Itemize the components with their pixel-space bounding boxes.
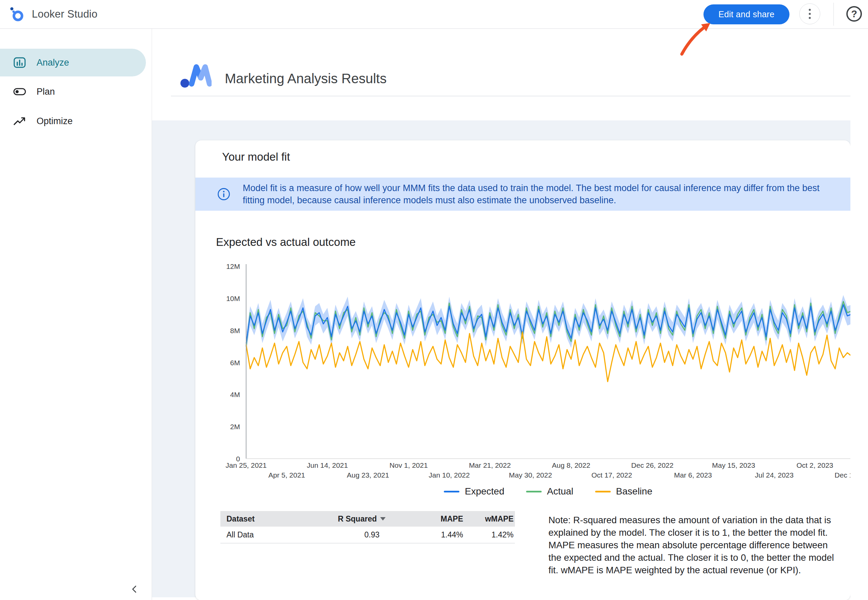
info-icon: [217, 187, 231, 201]
svg-text:Mar 21, 2022: Mar 21, 2022: [469, 461, 511, 469]
legend-swatch-actual: [526, 491, 542, 492]
svg-text:Dec 26, 2022: Dec 26, 2022: [631, 461, 674, 469]
svg-text:Oct 17, 2022: Oct 17, 2022: [591, 471, 632, 479]
vertical-scrollbar[interactable]: [850, 29, 868, 600]
sidebar-item-label: Optimize: [36, 116, 73, 126]
cell-mape: 1.44%: [386, 530, 464, 539]
column-header-mape[interactable]: MAPE: [386, 514, 464, 524]
more-options-button[interactable]: [799, 3, 820, 24]
svg-text:Mar 6, 2023: Mar 6, 2023: [674, 471, 712, 479]
legend-label: Expected: [465, 486, 505, 497]
report-title: Marketing Analysis Results: [225, 71, 387, 86]
column-header-dataset[interactable]: Dataset: [220, 514, 315, 524]
svg-text:Apr 5, 2021: Apr 5, 2021: [269, 471, 306, 479]
kebab-dot: [809, 9, 811, 11]
column-header-wmape[interactable]: wMAPE: [464, 514, 515, 524]
report-header-divider: [171, 96, 850, 96]
sidebar-item-analyze[interactable]: Analyze: [0, 49, 146, 76]
app-title: Looker Studio: [32, 8, 97, 20]
model-fit-note: Note: R-squared measures the amount of v…: [549, 514, 841, 576]
optimize-trending-up-icon: [13, 114, 26, 128]
chart-legend: Expected Actual Baseline: [246, 486, 850, 497]
sidebar-item-plan[interactable]: Plan: [0, 78, 146, 106]
meridian-logo-icon: [181, 62, 211, 89]
cell-wmape: 1.42%: [464, 530, 515, 539]
model-fit-table: Dataset R Squared MAPE wMAPE All Data 0.…: [220, 511, 515, 544]
looker-studio-window: Looker Studio Edit and share ? Analyze: [0, 0, 868, 600]
column-header-label: R Squared: [338, 514, 377, 524]
legend-swatch-expected: [444, 491, 459, 492]
svg-text:4M: 4M: [230, 391, 240, 398]
analyze-chart-icon: [13, 56, 26, 69]
info-banner: Model fit is a measure of how well your …: [195, 177, 850, 211]
edit-and-share-button[interactable]: Edit and share: [704, 5, 789, 24]
cell-r-squared: 0.93: [315, 530, 386, 539]
svg-text:May 15, 2023: May 15, 2023: [712, 461, 755, 469]
svg-text:10M: 10M: [226, 295, 240, 302]
help-button[interactable]: ?: [846, 6, 862, 22]
legend-label: Baseline: [616, 486, 652, 497]
sidebar-item-label: Analyze: [36, 58, 69, 68]
sort-descending-icon: [380, 517, 386, 521]
collapse-sidebar-button[interactable]: [128, 582, 141, 596]
svg-text:Jul 24, 2023: Jul 24, 2023: [755, 471, 794, 479]
svg-text:6M: 6M: [230, 359, 240, 367]
svg-text:Aug 8, 2022: Aug 8, 2022: [552, 461, 590, 469]
legend-label: Actual: [547, 486, 573, 497]
svg-text:Jan 25, 2021: Jan 25, 2021: [225, 461, 266, 469]
legend-item-actual[interactable]: Actual: [526, 486, 573, 497]
looker-studio-logo-icon: [9, 6, 24, 22]
table-header-row: Dataset R Squared MAPE wMAPE: [220, 511, 515, 527]
looker-studio-home-link[interactable]: Looker Studio: [9, 0, 97, 29]
sidebar-item-label: Plan: [36, 86, 55, 97]
svg-text:Oct 2, 2023: Oct 2, 2023: [797, 461, 833, 469]
info-banner-text: Model fit is a measure of how well your …: [243, 182, 840, 206]
chevron-left-icon: [130, 585, 139, 594]
svg-text:2M: 2M: [230, 423, 240, 430]
legend-swatch-baseline: [595, 491, 611, 492]
cell-dataset: All Data: [220, 530, 315, 539]
svg-text:Nov 1, 2021: Nov 1, 2021: [389, 461, 427, 469]
sidebar-item-optimize[interactable]: Optimize: [0, 107, 146, 135]
expected-vs-actual-chart[interactable]: 02M4M6M8M10M12MJan 25, 2021Apr 5, 2021Ju…: [195, 250, 850, 487]
legend-item-baseline[interactable]: Baseline: [595, 486, 652, 497]
card-title: Your model fit: [222, 150, 290, 164]
svg-text:12M: 12M: [226, 262, 240, 270]
chart-section-title: Expected vs actual outcome: [216, 236, 356, 248]
svg-text:Aug 23, 2021: Aug 23, 2021: [347, 471, 389, 479]
svg-text:Jun 14, 2021: Jun 14, 2021: [307, 461, 348, 469]
column-header-r-squared[interactable]: R Squared: [315, 514, 386, 524]
svg-text:May 30, 2022: May 30, 2022: [509, 471, 552, 479]
svg-text:8M: 8M: [230, 327, 240, 335]
report-header-spacer: [152, 96, 850, 120]
topbar-divider: [833, 3, 834, 26]
kebab-dot: [809, 17, 811, 19]
table-row: All Data 0.93 1.44% 1.42%: [220, 527, 515, 544]
legend-item-expected[interactable]: Expected: [444, 486, 505, 497]
svg-text:Jan 10, 2022: Jan 10, 2022: [429, 471, 470, 479]
kebab-dot: [809, 13, 811, 15]
plan-toggle-icon: [13, 85, 26, 98]
app-top-bar: Looker Studio Edit and share ?: [0, 0, 868, 29]
model-fit-card: Your model fit Model fit is a measure of…: [195, 140, 850, 600]
left-navigation: Analyze Plan Optimize: [0, 29, 152, 600]
svg-text:Dec 11, 2023: Dec 11, 2023: [835, 471, 850, 479]
